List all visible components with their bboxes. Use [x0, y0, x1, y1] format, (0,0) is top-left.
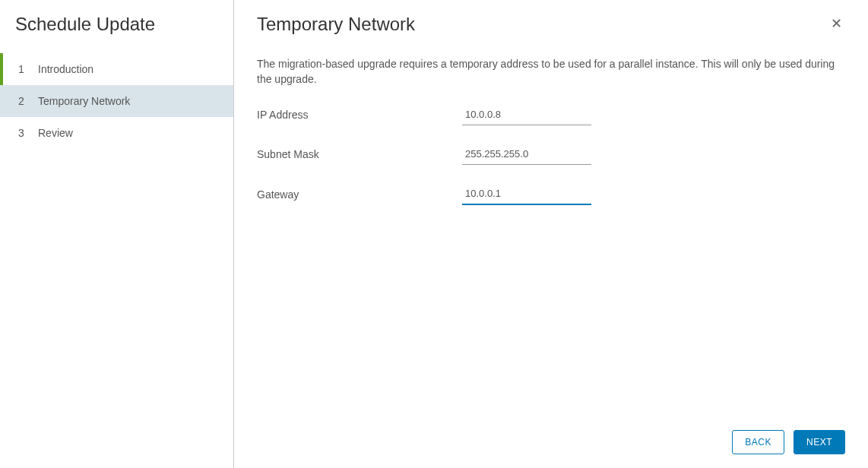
next-button[interactable]: NEXT: [794, 430, 845, 454]
main-panel: Temporary Network ✕ The migration-based …: [234, 0, 868, 468]
form-row-subnet-mask: Subnet Mask: [257, 145, 845, 165]
step-label: Temporary Network: [38, 95, 130, 107]
form-row-gateway: Gateway: [257, 185, 845, 205]
step-label: Introduction: [38, 63, 93, 75]
step-label: Review: [38, 127, 73, 139]
ip-address-input[interactable]: [462, 106, 591, 125]
page-title: Temporary Network: [257, 14, 415, 35]
step-number: 3: [18, 127, 33, 139]
ip-address-label: IP Address: [257, 109, 462, 125]
step-temporary-network[interactable]: 2 Temporary Network: [0, 85, 233, 117]
wizard-title: Schedule Update: [0, 14, 233, 53]
subnet-mask-label: Subnet Mask: [257, 148, 462, 165]
step-introduction[interactable]: 1 Introduction: [0, 53, 233, 85]
step-number: 2: [18, 95, 33, 107]
step-review[interactable]: 3 Review: [0, 117, 233, 149]
wizard-sidebar: Schedule Update 1 Introduction 2 Tempora…: [0, 0, 234, 468]
footer-actions: BACK NEXT: [732, 430, 845, 454]
close-icon[interactable]: ✕: [828, 14, 845, 33]
step-number: 1: [18, 63, 33, 75]
gateway-label: Gateway: [257, 188, 462, 205]
description-text: The migration-based upgrade requires a t…: [257, 56, 842, 87]
gateway-input[interactable]: [462, 185, 591, 205]
form-row-ip-address: IP Address: [257, 106, 845, 125]
subnet-mask-input[interactable]: [462, 145, 591, 165]
back-button[interactable]: BACK: [732, 430, 784, 454]
